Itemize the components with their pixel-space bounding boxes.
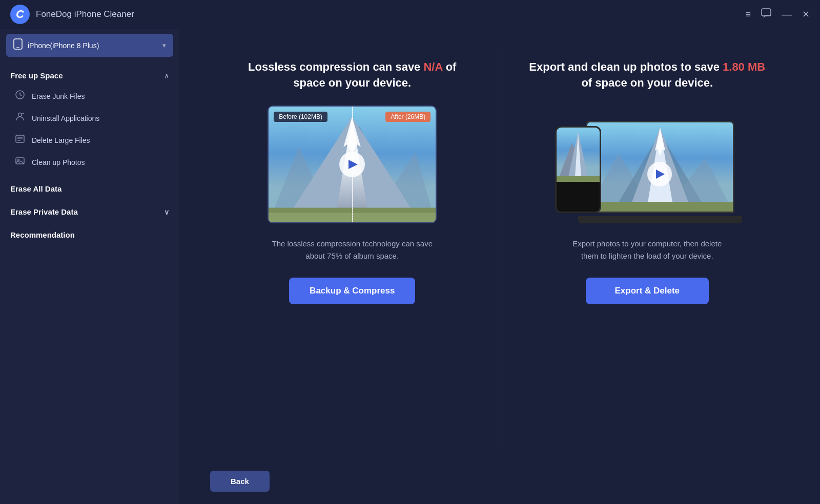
- section-title-free-space: Free up Space: [10, 71, 63, 80]
- chat-icon[interactable]: [761, 8, 771, 21]
- back-button[interactable]: Back: [210, 471, 270, 492]
- play-button[interactable]: [339, 152, 365, 177]
- content-main: Lossless compression can save N/A of spa…: [179, 29, 820, 463]
- close-icon[interactable]: ✕: [802, 9, 810, 20]
- photo-icon: [14, 156, 26, 168]
- device-selector[interactable]: iPhone(iPhone 8 Plus) ▾: [6, 34, 173, 57]
- compression-card: Lossless compression can save N/A of spa…: [210, 49, 495, 447]
- clock-icon: [14, 90, 26, 102]
- section-collapse-icon: ∧: [164, 72, 169, 80]
- laptop-device: [586, 121, 740, 223]
- svg-rect-33: [557, 176, 600, 182]
- device-name: iPhone(iPhone 8 Plus): [28, 41, 157, 50]
- delete-large-label: Delete Large Files: [32, 136, 90, 144]
- sidebar-item-erase-private-data[interactable]: Erase Private Data ∨: [0, 200, 179, 223]
- backup-compress-button[interactable]: Backup & Compress: [289, 278, 415, 304]
- phone-icon: [13, 38, 23, 52]
- app-title: FoneDog iPhone Cleaner: [36, 9, 134, 19]
- content-area: Lossless compression can save N/A of spa…: [179, 29, 820, 504]
- erase-private-data-arrow-icon: ∨: [164, 208, 169, 216]
- export-card: Export and clean up photos to save 1.80 …: [505, 49, 790, 447]
- card-divider: [500, 49, 500, 447]
- sidebar-item-clean-photos[interactable]: Clean up Photos: [0, 151, 179, 173]
- export-headline: Export and clean up photos to save 1.80 …: [526, 59, 769, 91]
- after-label: After (26MB): [385, 112, 430, 122]
- sidebar: iPhone(iPhone 8 Plus) ▾ Free up Space ∧ …: [0, 29, 179, 504]
- list-icon: [14, 134, 26, 146]
- title-bar-controls: ≡ — ✕: [745, 8, 810, 21]
- svg-point-4: [18, 113, 22, 117]
- erase-junk-label: Erase Junk Files: [32, 92, 85, 100]
- erase-all-data-label: Erase All Data: [10, 184, 61, 193]
- compression-headline: Lossless compression can save N/A of spa…: [231, 59, 474, 91]
- before-label: Before (102MB): [274, 112, 327, 122]
- export-preview: [555, 106, 740, 223]
- uninstall-apps-label: Uninstall Applications: [32, 114, 99, 122]
- clean-photos-label: Clean up Photos: [32, 158, 85, 166]
- bottom-bar: Back: [179, 463, 820, 504]
- sidebar-item-uninstall-apps[interactable]: Uninstall Applications: [0, 107, 179, 129]
- sidebar-item-erase-junk[interactable]: Erase Junk Files: [0, 85, 179, 107]
- export-play-button[interactable]: [647, 162, 672, 186]
- export-description: Export photos to your computer, then del…: [565, 238, 729, 262]
- app-logo: C: [10, 5, 30, 24]
- dropdown-arrow-icon: ▾: [162, 41, 166, 49]
- person-icon: [14, 112, 26, 124]
- sidebar-item-erase-all-data[interactable]: Erase All Data: [0, 177, 179, 200]
- sidebar-section-free-space: Free up Space ∧ Erase Junk Files Uninsta…: [0, 64, 179, 177]
- compression-preview: Before (102MB) After (26MB): [268, 106, 437, 223]
- svg-rect-0: [762, 9, 771, 16]
- svg-rect-2: [16, 48, 19, 49]
- sidebar-item-recommendation[interactable]: Recommendation: [0, 223, 179, 246]
- sidebar-item-delete-large[interactable]: Delete Large Files: [0, 129, 179, 151]
- title-bar: C FoneDog iPhone Cleaner ≡ — ✕: [0, 0, 820, 29]
- title-bar-left: C FoneDog iPhone Cleaner: [10, 5, 134, 24]
- menu-icon[interactable]: ≡: [745, 9, 751, 20]
- phone-device: [555, 126, 601, 213]
- recommendation-label: Recommendation: [10, 230, 75, 239]
- laptop-base: [578, 216, 742, 223]
- minimize-icon[interactable]: —: [782, 9, 792, 20]
- svg-rect-28: [587, 202, 733, 212]
- compression-description: The lossless compression technology can …: [270, 238, 434, 262]
- main-layout: iPhone(iPhone 8 Plus) ▾ Free up Space ∧ …: [0, 29, 820, 504]
- erase-private-data-label: Erase Private Data: [10, 207, 78, 216]
- section-header-free-space[interactable]: Free up Space ∧: [0, 64, 179, 85]
- export-delete-button[interactable]: Export & Delete: [586, 278, 709, 304]
